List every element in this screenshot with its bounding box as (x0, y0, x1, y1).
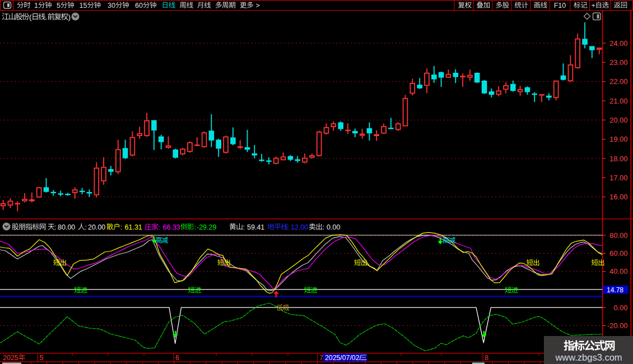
svg-text:-20.00: -20.00 (607, 321, 628, 330)
svg-text:17.00: 17.00 (609, 174, 628, 182)
svg-text:16.00: 16.00 (609, 193, 628, 201)
svg-text:F10: F10 (554, 2, 566, 10)
svg-text:>: > (255, 2, 259, 10)
svg-text::: : (54, 223, 56, 231)
svg-text:40.00: 40.00 (609, 267, 628, 276)
svg-text:www.zbgs3.com: www.zbgs3.com (555, 352, 622, 362)
svg-text:59.41: 59.41 (247, 223, 264, 231)
svg-text:60: 60 (135, 2, 143, 10)
svg-text::: : (288, 223, 290, 231)
svg-text:66.33: 66.33 (163, 223, 180, 231)
svg-text:5: 5 (40, 354, 44, 362)
svg-text:21.00: 21.00 (609, 97, 628, 105)
svg-text:80.00: 80.00 (609, 231, 628, 240)
svg-text:14.78: 14.78 (607, 286, 623, 294)
svg-text:60.00: 60.00 (609, 249, 628, 258)
svg-text:): ) (68, 13, 71, 21)
svg-text:15: 15 (80, 2, 87, 10)
svg-text:30: 30 (108, 2, 115, 10)
svg-text:24.00: 24.00 (609, 39, 628, 48)
svg-text:0.00: 0.00 (613, 304, 627, 312)
svg-text:22.00: 22.00 (609, 77, 628, 86)
svg-text::: : (158, 223, 160, 231)
svg-text:2025: 2025 (3, 354, 18, 362)
svg-text:2025/07/02/: 2025/07/02/ (325, 354, 362, 362)
svg-text:20.00: 20.00 (609, 116, 628, 124)
svg-text:19.00: 19.00 (609, 135, 628, 143)
svg-text::: : (243, 223, 244, 231)
svg-text::: : (322, 223, 324, 231)
svg-text:23.00: 23.00 (609, 58, 628, 67)
svg-text:+: + (592, 2, 595, 10)
svg-text::: : (120, 223, 122, 231)
svg-text:80.00: 80.00 (58, 223, 75, 231)
svg-text:0.00: 0.00 (327, 223, 340, 231)
svg-text:12.00: 12.00 (291, 223, 308, 231)
svg-text::: : (194, 223, 196, 231)
svg-text:8: 8 (485, 354, 488, 362)
svg-text:18.00: 18.00 (609, 155, 628, 163)
svg-text:7: 7 (319, 354, 323, 362)
svg-text:61.31: 61.31 (125, 223, 142, 231)
svg-text::: : (85, 223, 86, 231)
svg-text:-29.29: -29.29 (197, 223, 216, 231)
svg-text:6: 6 (175, 354, 179, 362)
svg-text:(: ( (29, 13, 32, 21)
svg-text:.: . (45, 13, 48, 21)
svg-text:5: 5 (57, 2, 60, 10)
svg-text:20.00: 20.00 (88, 223, 105, 231)
svg-text:1: 1 (34, 2, 38, 10)
